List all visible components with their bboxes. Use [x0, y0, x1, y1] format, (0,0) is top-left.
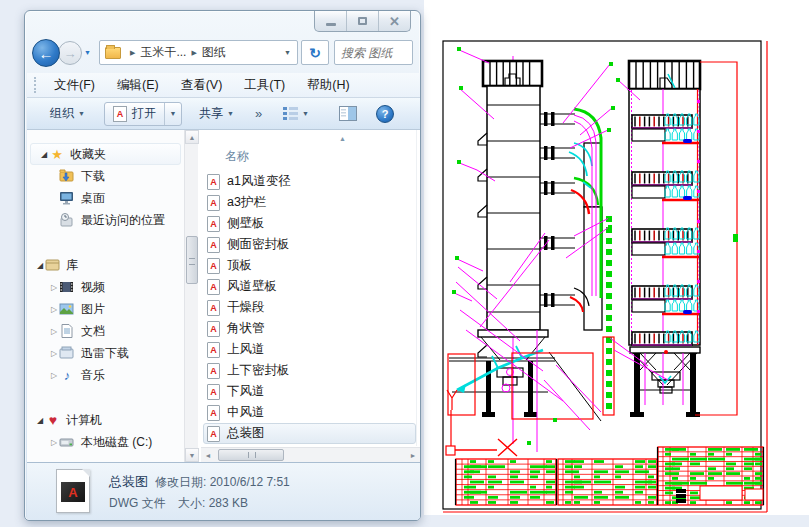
breadcrumb-parent[interactable]: 玉米干...: [140, 44, 186, 61]
nav-scrollbar[interactable]: ▲ ▼: [184, 130, 198, 462]
sidebar-item-1-2[interactable]: ▷文档: [27, 320, 184, 342]
dwg-file-icon: A: [207, 216, 220, 232]
tree-collapsed-icon[interactable]: ▷: [49, 349, 59, 358]
tree-collapsed-icon[interactable]: ▷: [49, 371, 59, 380]
selected-file-big-icon: A: [56, 469, 90, 513]
breadcrumb-current[interactable]: 图纸: [202, 44, 226, 61]
tree-expanded-icon[interactable]: ◢: [39, 150, 49, 159]
sidebar-item-1-1[interactable]: ▷图片: [27, 298, 184, 320]
scroll-down-icon[interactable]: ▼: [185, 448, 199, 462]
sidebar-item-label: 图片: [81, 301, 105, 318]
tree-collapsed-icon[interactable]: ▷: [49, 305, 59, 314]
sidebar-item-0-2[interactable]: 最近访问的位置: [27, 209, 184, 231]
file-row[interactable]: A侧面密封板: [203, 234, 416, 255]
dwg-file-icon: A: [207, 300, 220, 316]
column-header-name[interactable]: 名称: [225, 148, 249, 165]
history-dropdown-icon[interactable]: ▼: [84, 49, 91, 56]
computer-icon: ♥: [45, 412, 61, 428]
tree-expanded-icon[interactable]: ◢: [35, 261, 45, 270]
menu-item-0[interactable]: 文件(F): [43, 75, 106, 95]
menu-item-4[interactable]: 帮助(H): [296, 75, 360, 95]
dwg-file-icon: A: [207, 279, 220, 295]
back-icon: ←: [39, 45, 54, 62]
nav-scrollbar-thumb[interactable]: [186, 236, 198, 284]
forward-button[interactable]: →: [58, 41, 82, 65]
sidebar-item-0-1[interactable]: 桌面: [27, 187, 184, 209]
refresh-button[interactable]: ↻: [301, 40, 329, 65]
sidebar-group-label: 收藏夹: [70, 146, 106, 163]
search-box: [334, 40, 413, 65]
file-row[interactable]: A上下密封板: [203, 360, 416, 381]
tree-collapsed-icon[interactable]: ▷: [49, 283, 59, 292]
close-button[interactable]: ✕: [379, 11, 410, 31]
back-button[interactable]: ←: [32, 39, 60, 67]
sidebar-item-label: 下载: [81, 168, 105, 185]
preview-pane-button[interactable]: [332, 102, 364, 125]
share-button[interactable]: 共享 ▼: [192, 101, 241, 126]
svg-text:★: ★: [51, 147, 63, 162]
open-label: 打开: [132, 105, 156, 122]
sidebar-item-label: 本地磁盘 (C:): [81, 434, 152, 451]
modified-value: 2010/6/12 7:51: [210, 475, 290, 489]
file-row[interactable]: A上风道: [203, 339, 416, 360]
organize-label: 组织: [50, 105, 74, 122]
file-row[interactable]: Aa3护栏: [203, 192, 416, 213]
menu-item-2[interactable]: 查看(V): [170, 75, 234, 95]
sidebar-item-0-0[interactable]: 下载: [27, 165, 184, 187]
chevron-down-icon: ▼: [169, 110, 176, 117]
scroll-left-icon[interactable]: ◄: [201, 448, 215, 462]
open-dropdown-button[interactable]: ▼: [164, 103, 181, 125]
menu-item-1[interactable]: 编辑(E): [106, 75, 170, 95]
restore-button[interactable]: [347, 11, 379, 31]
tree-collapsed-icon[interactable]: ▷: [49, 327, 59, 336]
file-row[interactable]: A下风道: [203, 381, 416, 402]
views-icon: [283, 107, 298, 120]
column-divider: [416, 130, 417, 446]
toolbar-overflow-icon[interactable]: »: [255, 106, 262, 121]
search-input[interactable]: [335, 46, 412, 60]
file-row[interactable]: A中风道: [203, 402, 416, 423]
file-row[interactable]: A干燥段: [203, 297, 416, 318]
horizontal-scrollbar[interactable]: ◄ ►: [201, 447, 420, 462]
minimize-button[interactable]: [315, 11, 347, 31]
file-row[interactable]: Aa1风道变径: [203, 171, 416, 192]
sidebar-item-1-0[interactable]: ▷视频: [27, 276, 184, 298]
chevron-down-icon: ▼: [227, 110, 234, 117]
sidebar-group-label: 库: [66, 257, 78, 274]
file-row[interactable]: A风道壁板: [203, 276, 416, 297]
sort-ascending-icon[interactable]: ▲: [339, 135, 346, 142]
breadcrumb[interactable]: ▶ 玉米干... ▶ 图纸 ▼: [99, 40, 298, 65]
sidebar-group-2[interactable]: ◢♥计算机: [27, 409, 184, 431]
cad-preview-pane: [424, 0, 809, 515]
file-row[interactable]: A角状管: [203, 318, 416, 339]
organize-button[interactable]: 组织 ▼: [43, 101, 92, 126]
help-button[interactable]: ?: [376, 105, 394, 123]
sidebar-group-1[interactable]: ◢库: [27, 254, 184, 276]
address-bar: ← → ▼ ▶ 玉米干... ▶ 图纸 ▼ ↻: [25, 35, 420, 71]
breadcrumb-separator-icon: ▶: [191, 49, 196, 57]
dwg-art-icon: A: [61, 482, 85, 502]
menu-item-3[interactable]: 工具(T): [233, 75, 296, 95]
sidebar-item-1-3[interactable]: ▷迅雷下载: [27, 342, 184, 364]
client-area: ◢★收藏夹下载桌面最近访问的位置◢库▷视频▷图片▷文档▷迅雷下载▷♪音乐◢♥计算…: [27, 130, 420, 462]
sidebar-item-1-4[interactable]: ▷♪音乐: [27, 364, 184, 386]
disk-icon: [59, 434, 75, 450]
share-label: 共享: [199, 105, 223, 122]
scroll-up-icon[interactable]: ▲: [185, 130, 199, 144]
scroll-right-icon[interactable]: ►: [406, 448, 420, 462]
file-row[interactable]: A侧壁板: [203, 213, 416, 234]
sidebar-item-label: 迅雷下载: [81, 345, 129, 362]
file-row[interactable]: A顶板: [203, 255, 416, 276]
tree-collapsed-icon[interactable]: ▷: [49, 438, 59, 447]
horizontal-scrollbar-thumb[interactable]: [218, 449, 284, 461]
change-view-button[interactable]: ▼: [276, 103, 316, 124]
file-list: 名称 ▲ Aa1风道变径Aa3护栏A侧壁板A侧面密封板A顶板A风道壁板A干燥段A…: [201, 130, 420, 462]
sidebar-item-2-0[interactable]: ▷本地磁盘 (C:): [27, 431, 184, 453]
dwg-file-icon: A: [207, 237, 220, 253]
sidebar-group-0[interactable]: ◢★收藏夹: [30, 143, 181, 165]
breadcrumb-dropdown-icon[interactable]: ▼: [284, 49, 291, 56]
file-row[interactable]: A总装图: [203, 423, 416, 444]
open-button[interactable]: A 打开: [105, 103, 164, 125]
tree-expanded-icon[interactable]: ◢: [35, 416, 45, 425]
file-name: 干燥段: [227, 299, 265, 316]
